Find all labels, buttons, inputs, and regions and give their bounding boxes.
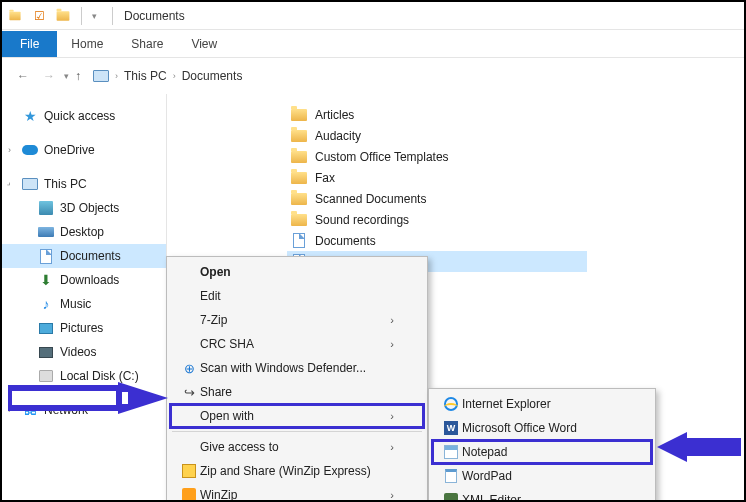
pc-icon [22,176,38,192]
breadcrumb[interactable]: › This PC › Documents [93,68,242,84]
pictures-icon [38,320,54,336]
nav-back-button[interactable]: ← [12,65,34,87]
file-row[interactable]: Scanned Documents [287,188,744,209]
videos-icon [38,344,54,360]
word-icon: W [440,421,462,435]
internet-explorer-icon [440,397,462,411]
shield-icon: ⊕ [178,361,200,376]
folder-icon [291,212,307,228]
quick-save-icon[interactable]: ☑ [30,7,48,25]
chevron-right-icon: › [390,441,394,453]
chevron-right-icon: › [115,71,118,81]
ctx-separator [172,431,422,432]
submenu-wordpad[interactable]: WordPad [432,464,652,488]
tab-file[interactable]: File [2,31,57,57]
notepad-icon [440,445,462,459]
chevron-right-icon: › [390,314,394,326]
submenu-notepad[interactable]: Notepad [432,440,652,464]
onedrive-icon [22,142,38,158]
document-icon [291,233,307,249]
folder-icon [291,191,307,207]
file-row[interactable]: Articles [287,104,744,125]
ctx-zip-share[interactable]: Zip and Share (WinZip Express) [170,459,424,483]
nav-forward-button[interactable]: → [38,65,60,87]
address-bar-row: ← → ▾ ↑ › This PC › Documents [2,58,744,94]
navigation-sidebar: ★ Quick access › OneDrive › This PC 3D O… [2,94,167,500]
tab-home[interactable]: Home [57,31,117,57]
3d-objects-icon [38,200,54,216]
ctx-7zip[interactable]: 7-Zip› [170,308,424,332]
ctx-edit[interactable]: Edit [170,284,424,308]
share-icon: ↪ [178,385,200,400]
ctx-winzip[interactable]: WinZip› [170,483,424,502]
star-icon: ★ [22,108,38,124]
wordpad-icon [440,469,462,483]
chevron-right-icon: › [8,405,11,415]
submenu-ie[interactable]: Internet Explorer [432,392,652,416]
sidebar-item-onedrive[interactable]: › OneDrive [2,138,166,162]
folder-open-icon[interactable] [54,7,72,25]
music-icon: ♪ [38,296,54,312]
chevron-right-icon: › [173,71,176,81]
ctx-defender[interactable]: ⊕Scan with Windows Defender... [170,356,424,380]
download-icon: ⬇ [38,272,54,288]
context-menu: Open Edit 7-Zip› CRC SHA› ⊕Scan with Win… [166,256,428,502]
sidebar-item-3d-objects[interactable]: 3D Objects [2,196,166,220]
folder-icon [291,128,307,144]
ctx-give-access[interactable]: Give access to› [170,435,424,459]
folder-icon [291,149,307,165]
folder-small-icon [6,7,24,25]
sidebar-item-desktop[interactable]: Desktop [2,220,166,244]
sidebar-item-local-disk[interactable]: Local Disk (C:) [2,364,166,388]
submenu-xml-editor[interactable]: XML Editor [432,488,652,502]
desktop-icon [38,224,54,240]
document-icon [38,248,54,264]
sidebar-item-this-pc[interactable]: › This PC [2,172,166,196]
ctx-open-with[interactable]: Open with› [170,404,424,428]
disk-icon [38,368,54,384]
submenu-word[interactable]: WMicrosoft Office Word [432,416,652,440]
chevron-down-icon: › [5,179,14,188]
chevron-right-icon: › [390,410,394,422]
open-with-submenu: Internet Explorer WMicrosoft Office Word… [428,388,656,502]
sidebar-item-pictures[interactable]: Pictures [2,316,166,340]
file-row[interactable]: Fax [287,167,744,188]
chevron-right-icon: › [390,489,394,501]
sidebar-item-music[interactable]: ♪ Music [2,292,166,316]
dropdown-toggle-icon[interactable]: ▾ [85,7,103,25]
sidebar-item-videos[interactable]: Videos [2,340,166,364]
breadcrumb-thispc[interactable]: This PC [124,69,167,83]
title-bar: ☑ ▾ Documents [2,2,744,30]
window-title: Documents [124,9,185,23]
nav-recent-dropdown[interactable]: ▾ [64,71,69,81]
ribbon-tabs: File Home Share View [2,30,744,58]
file-row[interactable]: Documents [287,230,744,251]
sidebar-item-network[interactable]: › 🖧 Network [2,398,166,422]
ctx-share[interactable]: ↪Share [170,380,424,404]
folder-icon [291,107,307,123]
tab-share[interactable]: Share [117,31,177,57]
file-row[interactable]: Audacity [287,125,744,146]
folder-icon [291,170,307,186]
sidebar-item-downloads[interactable]: ⬇ Downloads [2,268,166,292]
chevron-right-icon: › [8,145,11,155]
xml-editor-icon [440,493,462,502]
ctx-crc-sha[interactable]: CRC SHA› [170,332,424,356]
winzip-icon [178,488,200,502]
ctx-open[interactable]: Open [170,260,424,284]
winzip-icon [178,464,200,478]
breadcrumb-documents[interactable]: Documents [182,69,243,83]
sidebar-item-quick-access[interactable]: ★ Quick access [2,104,166,128]
chevron-right-icon: › [390,338,394,350]
nav-up-button[interactable]: ↑ [75,69,81,83]
file-row[interactable]: Sound recordings [287,209,744,230]
pc-icon [93,68,109,84]
file-row[interactable]: Custom Office Templates [287,146,744,167]
network-icon: 🖧 [22,402,38,418]
sidebar-item-documents[interactable]: Documents [2,244,166,268]
tab-view[interactable]: View [177,31,231,57]
